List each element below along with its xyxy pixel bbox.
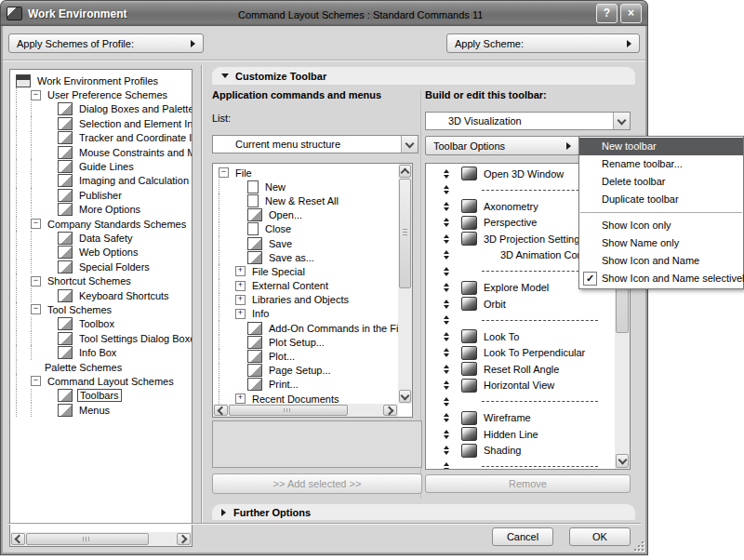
collapse-toggle[interactable]: −	[219, 167, 229, 178]
toolbar-options-button[interactable]: Toolbar Options	[425, 136, 579, 155]
scroll-left-button[interactable]	[214, 405, 228, 416]
scroll-down-button[interactable]	[616, 454, 629, 468]
expand-toggle[interactable]: +	[235, 393, 246, 404]
drag-handle-icon[interactable]	[437, 462, 456, 470]
tree-item-command-layout-schemes[interactable]: −Command Layout Schemes	[10, 374, 192, 388]
drag-handle-icon[interactable]	[437, 430, 456, 439]
tree-item-libraries-and-objects[interactable]: +Libraries and Objects	[213, 293, 398, 307]
expand-toggle[interactable]: +	[235, 266, 246, 276]
tree-item-menus[interactable]: Menus	[10, 403, 192, 417]
scroll-thumb[interactable]	[399, 179, 411, 288]
menu-item-show-name-only[interactable]: Show Name only	[579, 234, 743, 252]
help-button[interactable]: ?	[596, 4, 618, 23]
close-button[interactable]: ×	[620, 4, 642, 23]
profile-tree-hscrollbar[interactable]	[10, 532, 192, 546]
tree-item-web-options[interactable]: Web Options	[10, 246, 192, 260]
drag-handle-icon[interactable]	[437, 267, 456, 276]
drag-handle-icon[interactable]	[437, 169, 456, 179]
tree-item-palette-schemes[interactable]: Palette Schemes	[10, 360, 192, 374]
commands-tree-hscrollbar[interactable]	[213, 404, 398, 417]
scroll-thumb[interactable]	[229, 405, 348, 416]
tree-item-info[interactable]: +Info	[213, 307, 398, 321]
tree-item-save-as[interactable]: Save as...	[213, 250, 398, 264]
commands-tree-vscrollbar[interactable]	[398, 164, 412, 404]
toolbar-item-hidden-line[interactable]: Hidden Line	[426, 426, 616, 443]
tree-item-new[interactable]: New	[213, 180, 398, 193]
drag-handle-icon[interactable]	[437, 413, 456, 422]
tree-item-add-on-commands-in-the-file[interactable]: Add-On Commands in the File	[213, 321, 398, 335]
tree-item-imaging-and-calculation[interactable]: Imaging and Calculation	[10, 174, 192, 188]
apply-schemes-of-profile-button[interactable]: Apply Schemes of Profile:	[8, 33, 204, 53]
resize-grip[interactable]	[634, 541, 645, 553]
tree-item-dialog-boxes-and-palettes[interactable]: Dialog Boxes and Palettes	[10, 102, 192, 116]
tree-item-plot-setup[interactable]: Plot Setup...	[213, 335, 398, 349]
add-selected-button[interactable]: >> Add selected >>	[212, 473, 422, 494]
scroll-thumb[interactable]	[26, 533, 149, 545]
toolbar-separator-row[interactable]	[426, 459, 616, 470]
tree-item-new-reset-all[interactable]: New & Reset All	[213, 193, 398, 207]
expand-toggle[interactable]: +	[235, 281, 246, 291]
collapse-toggle[interactable]: −	[31, 304, 41, 314]
tree-item-selection-and-element-inform[interactable]: Selection and Element Inform	[10, 116, 192, 130]
remove-button[interactable]: Remove	[425, 474, 631, 493]
menu-item-new-toolbar[interactable]: New toolbar	[579, 138, 743, 155]
cancel-button[interactable]: Cancel	[492, 527, 553, 546]
drag-handle-icon[interactable]	[437, 234, 456, 244]
toolbar-item-look-to[interactable]: Look To	[426, 328, 616, 345]
drag-handle-icon[interactable]	[437, 380, 456, 390]
further-options-header[interactable]: Further Options	[212, 504, 635, 520]
tree-item-tool-schemes[interactable]: −Tool Schemes	[10, 302, 192, 316]
combobox-dropdown-button[interactable]	[401, 136, 418, 153]
tree-item-more-options[interactable]: More Options	[10, 203, 192, 217]
panel-splitter[interactable]	[201, 65, 202, 523]
tree-item-data-safety[interactable]: Data Safety	[10, 231, 192, 245]
tree-item-print[interactable]: Print...	[213, 378, 398, 392]
tree-item-toolbars[interactable]: Toolbars	[10, 389, 192, 403]
tree-item-file[interactable]: −File	[213, 166, 398, 180]
collapse-toggle[interactable]: −	[31, 219, 41, 229]
scroll-right-button[interactable]	[177, 533, 191, 545]
toolbar-separator-row[interactable]	[426, 393, 616, 410]
apply-scheme-button[interactable]: Apply Scheme:	[446, 33, 640, 53]
tree-item-open[interactable]: Open...	[213, 208, 398, 222]
drag-handle-icon[interactable]	[437, 332, 456, 341]
tree-item-toolbox[interactable]: Toolbox	[10, 317, 192, 331]
toolbar-item-look-to-perpendicular[interactable]: Look To Perpendicular	[426, 345, 616, 362]
expand-toggle[interactable]: +	[235, 309, 246, 319]
menu-item-show-icon-only[interactable]: Show Icon only	[579, 217, 743, 234]
expand-toggle[interactable]: +	[235, 295, 246, 305]
menu-item-show-icon-and-name-selectively[interactable]: ✓Show Icon and Name selectively	[579, 270, 743, 287]
scroll-up-button[interactable]	[399, 165, 411, 178]
drag-handle-icon[interactable]	[437, 348, 456, 357]
toolbar-item-horizontal-view[interactable]: Horizontal View	[426, 378, 616, 394]
tree-item-mouse-constraints-and-meth[interactable]: Mouse Constraints and Meth	[10, 145, 192, 159]
toolbar-item-wireframe[interactable]: Wireframe	[426, 410, 616, 427]
tree-item-user-preference-schemes[interactable]: −User Preference Schemes	[10, 87, 192, 101]
toolbar-item-shading[interactable]: Shading	[426, 443, 616, 460]
tree-item-page-setup[interactable]: Page Setup...	[213, 364, 398, 378]
drag-handle-icon[interactable]	[437, 218, 456, 227]
drag-handle-icon[interactable]	[437, 283, 456, 292]
tree-item-save[interactable]: Save	[213, 236, 398, 250]
scroll-right-button[interactable]	[383, 405, 397, 416]
drag-handle-icon[interactable]	[437, 315, 456, 325]
tree-item-work-environment-profiles[interactable]: Work Environment Profiles	[10, 73, 192, 87]
toolbar-select-combobox[interactable]: 3D Visualization	[425, 112, 631, 130]
collapse-toggle[interactable]: −	[31, 276, 41, 287]
collapse-toggle[interactable]: −	[31, 90, 41, 100]
drag-handle-icon[interactable]	[437, 446, 456, 455]
tree-item-external-content[interactable]: +External Content	[213, 279, 398, 293]
tree-item-shortcut-schemes[interactable]: −Shortcut Schemes	[10, 273, 192, 287]
combobox-dropdown-button[interactable]	[613, 113, 630, 129]
tree-item-keyboard-shortcuts[interactable]: Keyboard Shortcuts	[10, 288, 192, 302]
tree-item-publisher[interactable]: Publisher	[10, 188, 192, 202]
drag-handle-icon[interactable]	[437, 185, 456, 194]
drag-handle-icon[interactable]	[437, 365, 456, 374]
toolbar-separator-row[interactable]	[426, 313, 616, 329]
tree-item-company-standards-schemes[interactable]: −Company Standards Schemes	[10, 217, 192, 231]
tree-item-special-folders[interactable]: Special Folders	[10, 260, 192, 273]
menu-item-duplicate-toolbar[interactable]: Duplicate toolbar	[579, 191, 743, 208]
toolbar-item-reset-roll-angle[interactable]: Reset Roll Angle	[426, 361, 616, 378]
drag-handle-icon[interactable]	[437, 300, 456, 309]
tree-item-plot[interactable]: Plot...	[213, 349, 398, 363]
